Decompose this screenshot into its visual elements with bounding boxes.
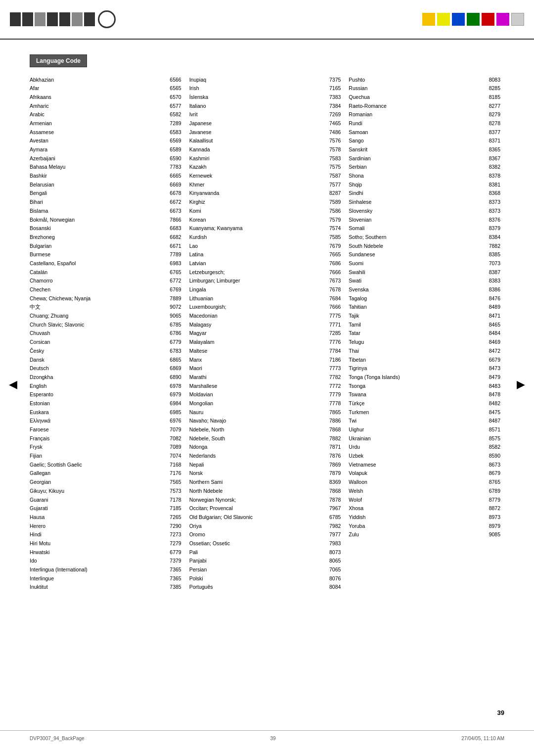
language-code: 6673 xyxy=(166,207,181,215)
right-nav-arrow[interactable]: ▶ xyxy=(517,378,525,391)
list-item: Chuang; Zhuang9065 xyxy=(30,312,181,321)
color-green xyxy=(467,13,480,26)
list-item: Tajik8471 xyxy=(349,312,500,321)
language-column-3: Pushto8083Russian8285Quechua8185Raeto-Ro… xyxy=(345,75,504,592)
language-code: 6785 xyxy=(166,321,181,329)
language-code: 7089 xyxy=(166,443,181,451)
language-code: 7073 xyxy=(485,260,500,267)
language-code: 7868 xyxy=(325,426,341,433)
language-code: 7589 xyxy=(325,198,341,206)
language-code: 9065 xyxy=(166,312,181,320)
list-item: South Ndebele7882 xyxy=(349,241,500,250)
language-code: 8482 xyxy=(485,400,500,407)
language-name: Gujarati xyxy=(30,505,166,512)
list-item: Kernewek7587 xyxy=(189,172,341,181)
language-name: Kazakh xyxy=(189,163,325,171)
list-item: Nauru7865 xyxy=(189,408,341,417)
language-code: 8973 xyxy=(485,514,500,521)
language-name: Irish xyxy=(189,85,325,92)
language-code: 6978 xyxy=(166,382,181,390)
list-item: Mongolian7778 xyxy=(189,399,341,408)
list-item: Bulgarian6671 xyxy=(30,241,181,250)
language-name: Maori xyxy=(189,365,325,372)
language-name: Svenska xyxy=(349,286,485,293)
language-name: Telugu xyxy=(349,338,485,346)
list-item: Afrikaans6570 xyxy=(30,93,181,101)
list-item: Slovensky8373 xyxy=(349,206,500,215)
list-item: Ndebele, North7868 xyxy=(189,425,341,434)
language-code: 7579 xyxy=(325,216,341,224)
list-item: Gikuyu; Kikuyu7573 xyxy=(30,486,181,495)
list-item: North Ndebele7868 xyxy=(189,486,341,495)
language-code: 8479 xyxy=(485,374,500,381)
language-name: Kurdish xyxy=(189,234,325,241)
language-code: 7882 xyxy=(325,435,341,442)
language-code: 7775 xyxy=(325,312,341,320)
language-name: Oriya xyxy=(189,522,325,530)
list-item: Tsonga8483 xyxy=(349,381,500,390)
language-code: 7868 xyxy=(325,487,341,495)
language-name: Kannada xyxy=(189,146,325,153)
list-item: Dzongkha6890 xyxy=(30,373,181,381)
language-name: Frysk xyxy=(30,443,166,451)
language-name: Walloon xyxy=(349,478,485,486)
language-name: Česky xyxy=(30,347,166,355)
language-name: Norwegian Nynorsk; xyxy=(189,496,325,504)
language-code: 6683 xyxy=(166,225,181,232)
language-code: 7776 xyxy=(325,338,341,346)
list-item: Chewa; Chichewa; Nyanja7889 xyxy=(30,294,181,303)
list-item: Ukrainian8575 xyxy=(349,434,500,443)
language-code: 8371 xyxy=(485,137,500,144)
language-code: 8373 xyxy=(485,198,500,206)
language-code: 8373 xyxy=(485,207,500,215)
language-name: Polski xyxy=(189,575,325,582)
language-code: 8872 xyxy=(485,505,500,512)
language-name: Norsk xyxy=(189,470,325,477)
list-item: Ivrit7269 xyxy=(189,110,341,119)
list-item: Tswana8478 xyxy=(349,390,500,399)
list-item: Luxembourgish;7666 xyxy=(189,303,341,312)
language-name: Somali xyxy=(349,225,485,232)
language-name: Suomi xyxy=(349,260,485,267)
language-name: Nederlands xyxy=(189,452,325,460)
list-item: Hrwatski6779 xyxy=(30,548,181,557)
language-name: Hiri Motu xyxy=(30,540,166,547)
language-code: 8465 xyxy=(485,321,500,329)
left-nav-arrow[interactable]: ◀ xyxy=(9,378,17,391)
language-name: Japanese xyxy=(189,120,325,127)
language-code: 8277 xyxy=(485,102,500,110)
language-code: 8367 xyxy=(485,155,500,162)
language-code: 9085 xyxy=(485,531,500,538)
language-code: 6979 xyxy=(166,391,181,398)
language-code: 8487 xyxy=(485,417,500,425)
language-name: Vietnamese xyxy=(349,461,485,469)
language-name: Panjabi xyxy=(189,557,325,565)
language-name: Kalaallisut xyxy=(189,137,325,144)
language-name: Swahili xyxy=(349,269,485,276)
list-item: Sanskrit8365 xyxy=(349,145,500,154)
list-item: Guarani7178 xyxy=(30,495,181,504)
language-name: Lingala xyxy=(189,286,325,293)
list-item: Marathi7782 xyxy=(189,373,341,381)
list-item: Abkhazian6566 xyxy=(30,75,181,84)
language-name: Ossetian; Ossetic xyxy=(189,540,325,547)
language-code: 9072 xyxy=(166,303,181,311)
list-item: Nederlands7876 xyxy=(189,452,341,461)
language-name: Interlingue xyxy=(30,575,166,582)
language-name: Italiano xyxy=(189,102,325,110)
list-item: Herero7290 xyxy=(30,521,181,530)
language-code: 6869 xyxy=(166,365,181,372)
list-item: Tibetan6679 xyxy=(349,355,500,364)
language-code: 6976 xyxy=(166,417,181,425)
list-item: Polski8076 xyxy=(189,574,341,583)
language-name: Gikuyu; Kikuyu xyxy=(30,487,166,495)
language-code: 6985 xyxy=(166,409,181,416)
language-code: 7290 xyxy=(166,522,181,530)
language-name: Tswana xyxy=(349,391,485,398)
language-name: Welsh xyxy=(349,487,485,495)
language-name: Hrwatski xyxy=(30,549,166,556)
language-code: 7869 xyxy=(325,461,341,469)
language-code: 8376 xyxy=(485,216,500,224)
language-name: Faroese xyxy=(30,426,166,433)
list-item: Rundi8278 xyxy=(349,119,500,128)
